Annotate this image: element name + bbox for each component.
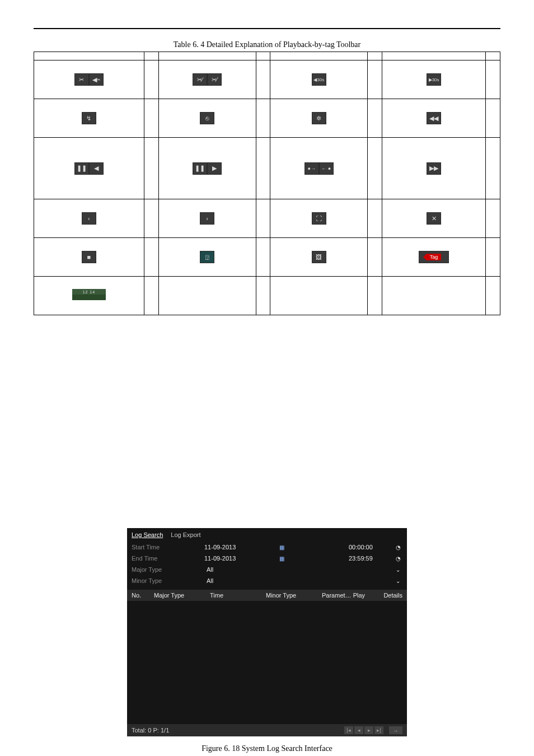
chevron-down-icon-2[interactable]: ⌄ (394, 577, 402, 585)
next-icon[interactable]: › (200, 212, 214, 225)
step-fwd-icon[interactable]: ●→ (305, 162, 319, 175)
toolbar-table: ✂◀𝄐 ✂⁄✂⁄ ◀30s ▶30s ↯ ⎋ ✲ ◀◀ (34, 52, 500, 315)
col-details: Details (372, 592, 402, 599)
minor-type-label: Minor Type (132, 577, 204, 584)
start-time-label: Start Time (132, 544, 204, 550)
rewind-icon[interactable]: ◀◀ (427, 112, 441, 124)
step-pair: ●→← ● (305, 162, 334, 172)
log-tabs: Log Search Log Export (127, 528, 407, 540)
clock-icon[interactable]: ◔ (394, 543, 402, 551)
pause-icon[interactable]: ❚❚ (74, 162, 89, 175)
clip-start-icon[interactable]: ✂⁄ (193, 73, 207, 86)
play-icon[interactable]: ▶ (207, 162, 222, 175)
page-first[interactable]: |◂ (344, 726, 353, 734)
pause-revplay-pair: ❚❚◀ (74, 162, 104, 172)
back-30s-icon[interactable]: ◀30s (312, 73, 326, 86)
clip-end-icon[interactable]: ✂⁄ (207, 73, 222, 86)
clock-icon-2[interactable]: ◔ (394, 554, 402, 562)
log-footer: Total: 0 P: 1/1 |◂ ◂ ▸ ▸| → (127, 724, 407, 736)
page-next[interactable]: ▸ (364, 726, 373, 734)
col-param: Paramet… Play (322, 592, 372, 599)
page-go[interactable]: → (389, 726, 402, 734)
start-time-field[interactable]: 00:00:00 (349, 544, 394, 550)
end-time-label: End Time (132, 555, 204, 562)
calendar-icon[interactable]: ▦ (277, 543, 286, 551)
col-time: Time (210, 592, 266, 599)
end-time-field[interactable]: 23:59:59 (349, 555, 394, 562)
clip-icon[interactable]: ✂ (74, 73, 89, 86)
figure-caption: Figure 6. 18 System Log Search Interface (34, 744, 500, 753)
reverse-play-icon[interactable]: ◀ (89, 162, 104, 175)
close-icon[interactable]: ✕ (427, 212, 441, 225)
table-caption: Table 6. 4 Detailed Explanation of Playb… (34, 40, 500, 49)
col-major: Major Type (154, 592, 210, 599)
page-last[interactable]: ▸| (374, 726, 383, 734)
chevron-down-icon[interactable]: ⌄ (394, 566, 402, 573)
clip-start-end-pair: ✂⁄✂⁄ (193, 74, 222, 83)
stop-icon[interactable]: ■ (82, 251, 96, 263)
page-rule (34, 28, 500, 29)
page-prev[interactable]: ◂ (354, 726, 363, 734)
pause-play-pair: ❚❚▶ (193, 162, 222, 172)
start-date-field[interactable]: 11-09-2013 (204, 544, 277, 550)
audio-icon[interactable]: ◀𝄐 (89, 73, 104, 86)
timeline-bar[interactable] (72, 289, 106, 300)
minor-type-select[interactable]: All (204, 577, 394, 584)
fast-fwd-icon[interactable]: ▶▶ (427, 162, 441, 175)
settings-icon[interactable]: ✲ (312, 112, 326, 124)
calendar-icon-2[interactable]: ▦ (277, 554, 286, 562)
capture-icon[interactable]: 🖾 (312, 251, 326, 263)
tag-button[interactable]: Tag (419, 251, 449, 263)
fwd-30s-icon[interactable]: ▶30s (427, 73, 441, 86)
col-no: No. (132, 592, 154, 599)
major-type-select[interactable]: All (204, 566, 394, 573)
tab-log-export[interactable]: Log Export (171, 531, 200, 538)
log-table-body (127, 601, 407, 724)
pager: |◂ ◂ ▸ ▸| (344, 726, 383, 734)
tag-label: Tag (427, 254, 442, 260)
digital-zoom-icon[interactable]: ⍰ (200, 251, 214, 263)
exit-icon[interactable]: ⎋ (200, 112, 214, 124)
log-table-header: No. Major Type Time Minor Type Paramet… … (127, 590, 407, 601)
pause-icon-2[interactable]: ❚❚ (193, 162, 207, 175)
total-label: Total: 0 P: 1/1 (132, 727, 169, 734)
major-type-label: Major Type (132, 566, 204, 573)
event-icon[interactable]: ↯ (82, 112, 96, 124)
step-back-icon[interactable]: ← ● (319, 162, 334, 175)
col-minor: Minor Type (266, 592, 322, 599)
prev-icon[interactable]: ‹ (82, 212, 96, 225)
log-search-panel: Log Search Log Export Start Time 11-09-2… (127, 528, 407, 736)
tab-log-search[interactable]: Log Search (132, 531, 163, 538)
end-date-field[interactable]: 11-09-2013 (204, 555, 277, 562)
fullscreen-icon[interactable]: ⛶ (312, 212, 326, 225)
clip-audio-pair: ✂◀𝄐 (74, 74, 104, 83)
